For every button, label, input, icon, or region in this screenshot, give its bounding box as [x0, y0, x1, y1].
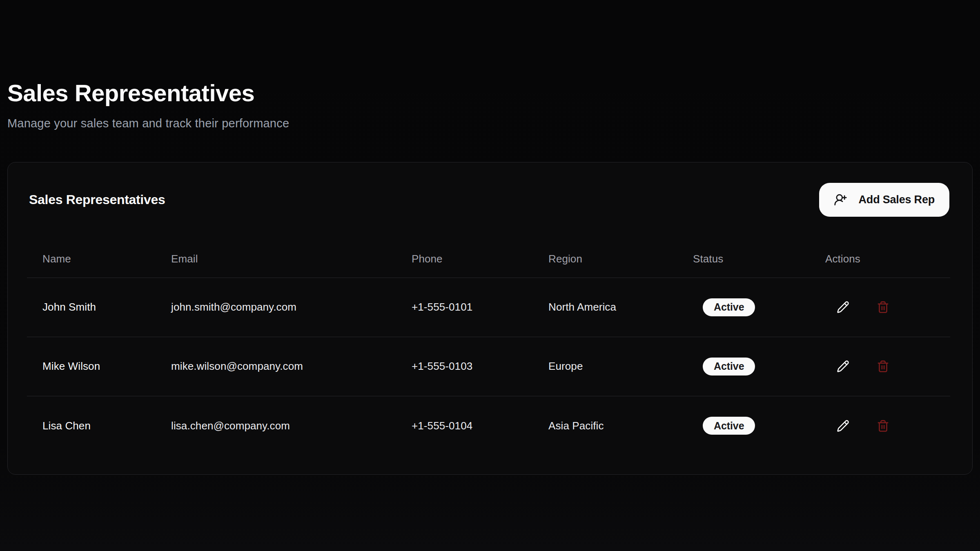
delete-button[interactable] [871, 414, 894, 437]
trash-icon [877, 420, 889, 432]
rep-region: Asia Pacific [533, 420, 677, 432]
add-sales-rep-button-label: Add Sales Rep [859, 193, 935, 206]
status-badge: Active [703, 358, 755, 375]
column-header-phone: Phone [396, 253, 533, 278]
rep-phone: +1-555-0104 [396, 420, 533, 432]
trash-icon [877, 360, 889, 373]
rep-phone: +1-555-0103 [396, 360, 533, 373]
trash-icon [877, 301, 889, 313]
status-badge: Active [703, 298, 755, 316]
pencil-icon [837, 301, 849, 313]
table-header-row: Name Email Phone Region Status Actions [27, 224, 950, 278]
column-header-region: Region [533, 253, 677, 278]
delete-button[interactable] [871, 355, 894, 378]
page: Sales Representatives Manage your sales … [0, 0, 980, 475]
status-badge: Active [703, 417, 755, 435]
edit-button[interactable] [831, 355, 854, 378]
sales-reps-table: Name Email Phone Region Status Actions J… [27, 224, 950, 455]
edit-button[interactable] [831, 414, 854, 437]
rep-name: John Smith [27, 301, 156, 313]
column-header-name: Name [27, 253, 156, 278]
rep-email: mike.wilson@company.com [156, 360, 396, 373]
table-row: John Smith john.smith@company.com +1-555… [27, 278, 950, 337]
table-row: Lisa Chen lisa.chen@company.com +1-555-0… [27, 396, 950, 455]
rep-name: Mike Wilson [27, 360, 156, 373]
card-header: Sales Representatives Add Sales Rep [8, 162, 972, 217]
rep-email: john.smith@company.com [156, 301, 396, 313]
table-row: Mike Wilson mike.wilson@company.com +1-5… [27, 337, 950, 396]
rep-phone: +1-555-0101 [396, 301, 533, 313]
page-subtitle: Manage your sales team and track their p… [7, 117, 973, 130]
column-header-email: Email [156, 253, 396, 278]
pencil-icon [837, 360, 849, 373]
column-header-status: Status [677, 253, 810, 278]
rep-region: North America [533, 301, 677, 313]
sales-reps-card: Sales Representatives Add Sales Rep Name… [7, 162, 973, 475]
pencil-icon [837, 420, 849, 432]
add-sales-rep-button[interactable]: Add Sales Rep [819, 183, 949, 217]
rep-name: Lisa Chen [27, 420, 156, 432]
rep-email: lisa.chen@company.com [156, 420, 396, 432]
table-body: John Smith john.smith@company.com +1-555… [27, 278, 950, 455]
delete-button[interactable] [871, 296, 894, 319]
card-title: Sales Representatives [29, 192, 165, 207]
edit-button[interactable] [831, 296, 854, 319]
page-title: Sales Representatives [7, 80, 973, 106]
user-plus-icon [834, 193, 847, 207]
rep-region: Europe [533, 360, 677, 373]
column-header-actions: Actions [810, 253, 950, 278]
